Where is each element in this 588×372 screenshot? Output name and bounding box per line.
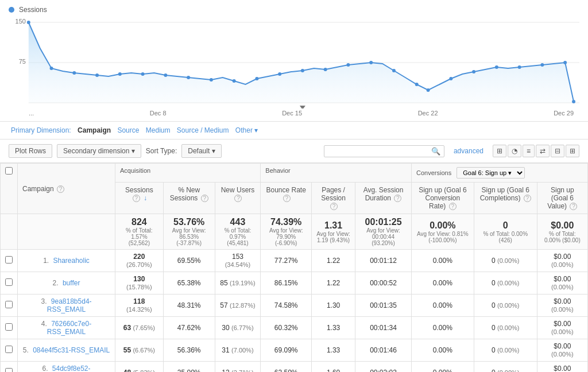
td-sessions: 48 (5.83%) [115,362,164,373]
th-conv-rate[interactable]: Sign up (Goal 6 Conversion Rate) ? [412,183,474,214]
svg-point-24 [449,77,452,80]
campaign-link[interactable]: 54dc9f8e52-Blog_Promotion_Checklist [26,365,107,372]
row-checkbox-cell[interactable] [1,272,18,294]
td-conv-rate: 0.00% [412,339,474,362]
new-users-help-icon[interactable]: ? [234,195,242,202]
th-pages-session[interactable]: Pages / Session ? [312,183,355,214]
dim-other[interactable]: Other ▾ [235,126,258,134]
th-avg-duration[interactable]: Avg. Session Duration ? [355,183,412,214]
td-value: $0.00 (0.00%) [537,339,587,362]
grid-view-button[interactable]: ⊞ [493,145,506,157]
dim-source-medium[interactable]: Source / Medium [177,126,229,134]
th-completions[interactable]: Sign up (Goal 6 Completions) ? [474,183,537,214]
th-value[interactable]: Sign up (Goal 6 Value) ? [537,183,587,214]
th-select-all[interactable] [1,164,18,214]
campaign-link[interactable]: 9ea818b5d4-RSS_EMAIL [47,297,92,313]
total-duration: 00:01:25 Avg for View: 00:00:44 (93.20%) [355,214,412,250]
svg-point-22 [415,83,419,86]
row-checkbox[interactable] [5,346,13,353]
td-pct-new: 69.55% [163,250,215,272]
conv-rate-help-icon[interactable]: ? [449,203,457,210]
sort-default-button[interactable]: Default ▾ [181,144,221,158]
row-checkbox-cell[interactable] [1,250,18,272]
chart-container: 150 75 [9,17,579,108]
goal-dropdown[interactable]: Goal 6: Sign up ▾ [457,167,525,179]
campaign-link[interactable]: buffer [63,279,80,287]
pages-help-icon[interactable]: ? [330,203,338,210]
sessions-help-icon[interactable]: ? [133,195,140,202]
campaign-link[interactable]: Shareaholic [53,257,89,265]
search-box[interactable]: 🔍 [324,145,444,157]
table-row: 3. 9ea818b5d4-RSS_EMAIL 118 (14.32%) 48.… [1,294,588,317]
pie-view-button[interactable]: ◔ [508,145,521,157]
td-completions: 0 (0.00%) [474,339,537,362]
row-checkbox[interactable] [5,368,13,372]
search-input[interactable] [328,147,431,155]
svg-point-26 [495,65,498,69]
td-value: $0.00 (0.00%) [537,294,587,317]
primary-dimension-bar: Primary Dimension: Campaign Source Mediu… [0,122,588,140]
custom-view-button[interactable]: ⊞ [566,145,579,157]
campaign-help-icon[interactable]: ? [57,185,64,193]
td-sessions: 220 (26.70%) [115,250,164,272]
row-num: 6. [42,365,48,372]
bar-view-button[interactable]: ≡ [523,145,535,157]
dim-medium[interactable]: Medium [146,126,171,134]
pivot-view-button[interactable]: ⊟ [551,145,564,157]
primary-dim-label: Primary Dimension: [11,126,71,134]
row-checkbox[interactable] [5,256,13,264]
svg-point-23 [427,88,430,92]
toolbar: Plot Rows Secondary dimension ▾ Sort Typ… [0,140,588,163]
svg-point-13 [210,78,213,82]
dim-source[interactable]: Source [117,126,139,134]
td-completions: 0 (0.00%) [474,250,537,272]
total-checkbox-cell [1,214,18,250]
completions-help-icon[interactable]: ? [524,195,531,202]
advanced-link[interactable]: advanced [454,147,483,155]
comparison-view-button[interactable]: ⇄ [536,145,550,157]
sessions-sort-arrow: ↓ [144,194,147,202]
legend-dot [9,7,14,13]
row-checkbox-cell[interactable] [1,362,18,373]
td-pct-new: 65.38% [163,272,215,294]
td-pages-session: 1.22 [312,272,355,294]
select-all-checkbox[interactable] [5,167,13,175]
row-checkbox-cell[interactable] [1,339,18,362]
td-pages-session: 1.22 [312,250,355,272]
campaign-link[interactable]: 762660c7e0-RSS_EMAIL [47,320,91,336]
total-completions: 0 % of Total: 0.00% (426) [474,214,537,250]
th-sessions[interactable]: Sessions ? ↓ [115,183,164,214]
td-bounce-rate: 86.15% [261,272,312,294]
campaign-link[interactable]: 084e4f5c31-RSS_EMAIL [33,346,110,354]
td-pages-session: 1.33 [312,339,355,362]
x-label-1: ... [29,110,34,117]
x-label-3: Dec 15 [282,110,302,117]
pct-new-help-icon[interactable]: ? [201,195,208,202]
row-checkbox-cell[interactable] [1,294,18,317]
svg-point-25 [472,70,475,73]
td-value: $0.00 (0.00%) [537,317,587,339]
th-bounce-rate[interactable]: Bounce Rate ? [261,183,312,214]
data-table: Campaign ? Acquisition Behavior Conversi… [0,163,588,372]
svg-point-8 [95,73,99,77]
legend-label: Sessions [19,6,47,14]
duration-help-icon[interactable]: ? [394,195,401,202]
value-help-icon[interactable]: ? [570,203,577,210]
row-checkbox[interactable] [5,323,13,331]
th-new-users[interactable]: New Users ? [215,183,261,214]
plot-rows-button[interactable]: Plot Rows [9,144,52,158]
dim-campaign[interactable]: Campaign [78,126,111,134]
th-pct-new-sessions[interactable]: % New Sessions ? [163,183,215,214]
row-checkbox-cell[interactable] [1,317,18,339]
td-pages-session: 1.30 [312,294,355,317]
td-pct-new: 25.00% [163,362,215,373]
secondary-dimension-button[interactable]: Secondary dimension ▾ [57,144,141,158]
row-checkbox[interactable] [5,301,13,308]
th-acquisition-group: Acquisition [115,164,261,183]
svg-point-20 [369,61,373,64]
td-avg-duration: 00:00:52 [355,272,412,294]
row-checkbox[interactable] [5,278,13,286]
th-conversions-group: Conversions Goal 6: Sign up ▾ [412,164,588,183]
td-new-users: 85 (19.19%) [215,272,261,294]
bounce-help-icon[interactable]: ? [283,195,291,202]
